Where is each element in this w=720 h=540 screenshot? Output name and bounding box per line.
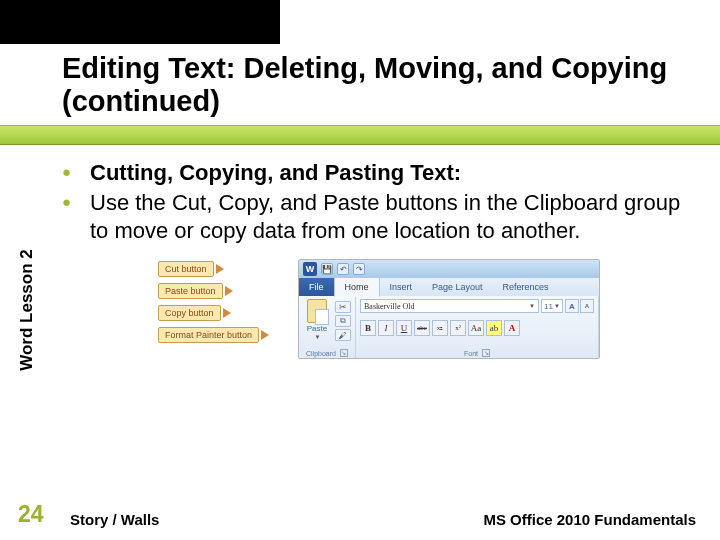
redo-icon[interactable]: ↷ (353, 263, 365, 275)
tab-page-layout[interactable]: Page Layout (422, 278, 493, 296)
accent-bar (0, 125, 720, 145)
arrow-icon (216, 264, 224, 274)
highlight-button[interactable]: ab (486, 320, 502, 336)
bullet-item: Use the Cut, Copy, and Paste buttons in … (60, 189, 698, 245)
ribbon-tabs: File Home Insert Page Layout References (299, 278, 599, 296)
bullet-list: Cutting, Copying, and Pasting Text: Use … (60, 159, 698, 245)
tab-file[interactable]: File (299, 278, 334, 296)
paste-label: Paste (307, 324, 327, 333)
content-area: Word Lesson 2 Cutting, Copying, and Past… (0, 145, 720, 475)
callout-copy: Copy button (158, 305, 269, 321)
superscript-button[interactable]: x² (450, 320, 466, 336)
dialog-launcher-icon[interactable]: ↘ (340, 349, 348, 357)
callout-stack: Cut button Paste button Copy button Form… (158, 261, 269, 343)
clipboard-group: Paste ▼ Clipboard ↘ (299, 296, 356, 358)
callout-paste: Paste button (158, 283, 269, 299)
bold-button[interactable]: B (360, 320, 376, 336)
arrow-icon (261, 330, 269, 340)
word-ribbon: W 💾 ↶ ↷ File Home Insert Page Layout Ref… (298, 259, 600, 359)
strike-button[interactable]: abc (414, 320, 430, 336)
paste-icon (307, 299, 327, 323)
main-content: Cutting, Copying, and Pasting Text: Use … (54, 145, 720, 475)
bullet-text: Use the Cut, Copy, and Paste buttons in … (90, 190, 680, 243)
font-name-value: Baskerville Old (364, 302, 414, 311)
bullet-item: Cutting, Copying, and Pasting Text: (60, 159, 698, 187)
undo-icon[interactable]: ↶ (337, 263, 349, 275)
tab-insert[interactable]: Insert (380, 278, 423, 296)
callout-label: Paste button (158, 283, 223, 299)
font-size-value: 11 (544, 302, 553, 311)
callout-format-painter: Format Painter button (158, 327, 269, 343)
group-label: Clipboard (306, 350, 336, 357)
tab-references[interactable]: References (493, 278, 559, 296)
chevron-down-icon: ▼ (529, 303, 535, 309)
word-icon: W (303, 262, 317, 276)
font-name-dropdown[interactable]: Baskerville Old ▼ (360, 299, 539, 313)
callout-cut: Cut button (158, 261, 269, 277)
subscript-button[interactable]: x₂ (432, 320, 448, 336)
side-label: Word Lesson 2 (0, 145, 54, 475)
chevron-down-icon: ▼ (315, 334, 321, 340)
page-number: 24 (18, 501, 70, 528)
copy-button[interactable] (335, 315, 351, 327)
side-label-text: Word Lesson 2 (17, 249, 37, 371)
book-title: MS Office 2010 Fundamentals (483, 511, 696, 528)
shrink-font-button[interactable]: A (580, 299, 594, 313)
black-top-bar (0, 0, 280, 44)
ribbon-groups: Paste ▼ Clipboard ↘ (299, 296, 599, 358)
paste-button[interactable]: Paste ▼ (303, 299, 331, 340)
underline-button[interactable]: U (396, 320, 412, 336)
group-label: Font (464, 350, 478, 357)
grow-font-button[interactable]: A (565, 299, 579, 313)
arrow-icon (225, 286, 233, 296)
format-painter-button[interactable] (335, 329, 351, 341)
author-text: Story / Walls (70, 511, 483, 528)
chevron-down-icon: ▼ (554, 303, 560, 309)
callout-label: Format Painter button (158, 327, 259, 343)
callout-label: Copy button (158, 305, 221, 321)
change-case-button[interactable]: Aa (468, 320, 484, 336)
save-icon[interactable]: 💾 (321, 263, 333, 275)
font-group: Baskerville Old ▼ 11 ▼ A A (356, 296, 599, 358)
footer: 24 Story / Walls MS Office 2010 Fundamen… (0, 501, 720, 528)
dialog-launcher-icon[interactable]: ↘ (482, 349, 490, 357)
callout-label: Cut button (158, 261, 214, 277)
font-color-button[interactable]: A (504, 320, 520, 336)
cut-button[interactable] (335, 301, 351, 313)
slide-title: Editing Text: Deleting, Moving, and Copy… (62, 52, 700, 119)
tab-home[interactable]: Home (334, 278, 380, 297)
ribbon-figure: Cut button Paste button Copy button Form… (170, 259, 610, 359)
title-area: Editing Text: Deleting, Moving, and Copy… (0, 44, 720, 125)
italic-button[interactable]: I (378, 320, 394, 336)
font-size-dropdown[interactable]: 11 ▼ (541, 299, 563, 313)
bullet-text: Cutting, Copying, and Pasting Text: (90, 160, 461, 185)
title-bar: W 💾 ↶ ↷ (299, 260, 599, 278)
arrow-icon (223, 308, 231, 318)
